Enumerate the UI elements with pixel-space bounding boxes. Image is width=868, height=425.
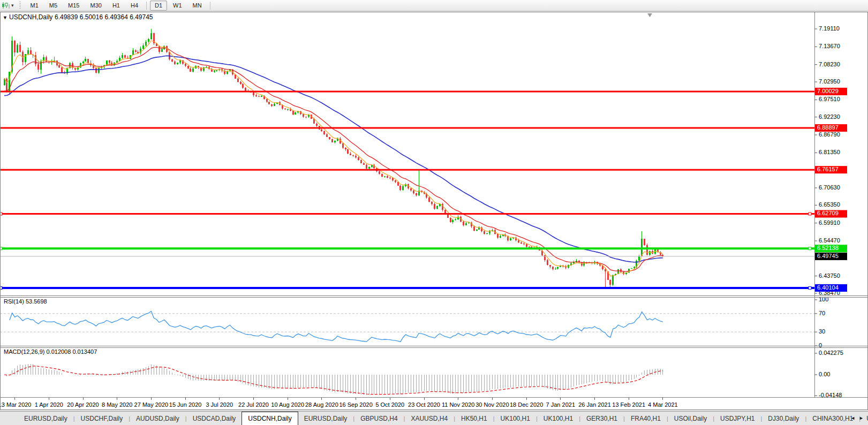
date-axis-label: 16 Sep 2020 [339,401,372,408]
toolbar: ▾ M1M5M15M30H1H4D1W1MN [0,0,868,11]
scroll-left-icon[interactable]: ◄ [850,415,855,421]
timeframe-button-h4[interactable]: H4 [126,1,143,11]
chart-tabs-bar: EURUSD,Daily|USDCHF,Daily|AUDUSD,Daily|U… [0,411,868,425]
date-axis-label: 8 May 2020 [102,401,132,408]
price-axis-label: 7.02950 [819,78,840,85]
timeframe-button-mn[interactable]: MN [188,1,207,11]
ma-line-medium [4,47,663,271]
price-axis-label: 6.86790 [819,131,840,138]
macd-axis-label: 0.042275 [819,350,843,356]
chart-title-ohlc: 6.49839 6.50016 6.49364 6.49745 [55,13,153,21]
price-axis-label: 7.08230 [819,61,840,67]
date-axis-label: 13 Feb 2021 [612,401,645,408]
date-axis-label: 5 Oct 2020 [375,401,404,408]
price-axis-label: 6.59910 [819,219,840,226]
price-axis-label: 6.43750 [819,272,840,279]
chart-tab-eurusd-daily[interactable]: EURUSD,Daily [18,412,73,425]
price-axis-label: 6.97510 [819,96,840,102]
rsi-line [10,312,663,342]
pane-frames [0,296,868,398]
chevron-down-icon[interactable]: ▾ [11,3,14,8]
timeframe-button-m5[interactable]: M5 [44,1,62,11]
date-axis-label: 7 Jan 2021 [546,401,575,408]
chart-tab-uk100-h1[interactable]: UK100,H1 [538,412,579,425]
chart-window: 7.191107.136707.082307.029506.975106.922… [0,12,868,410]
chart-tab-usdjpy-h1[interactable]: USDJPY,H1 [714,412,760,425]
line-handle[interactable] [809,247,811,250]
toolbar-grip [19,2,21,10]
timeframe-button-m1[interactable]: M1 [26,1,43,11]
tab-scroll-arrows: ◄ ► [847,411,867,425]
chart-tab-usdchf-daily[interactable]: USDCHF,Daily [75,412,129,425]
date-axis-label: 15 Jun 2020 [169,401,202,408]
chart-tab-audusd-daily[interactable]: AUDUSD,Daily [130,412,185,425]
date-axis-label: 23 Oct 2020 [408,401,440,408]
date-axis-label: 1 Apr 2020 [35,401,63,408]
date-axis-label: 28 Aug 2020 [305,401,338,408]
chart-tab-hk50-h1[interactable]: HK50,H1 [455,412,493,425]
timeframe-button-m30[interactable]: M30 [86,1,107,11]
moving-averages [4,41,663,276]
date-axis-label: 30 Nov 2020 [475,401,509,408]
price-tag-label: 6.52138 [817,245,839,251]
chart-tab-ger30-h1[interactable]: GER30,H1 [580,412,623,425]
candlesticks [4,29,664,289]
price-axis-label: 6.54470 [819,237,840,244]
price-axis-label: 6.65350 [819,201,840,208]
line-handle[interactable] [809,212,811,215]
chart-tab-fra40-h1[interactable]: FRA40,H1 [625,412,667,425]
chart-tab-usdcad-daily[interactable]: USDCAD,Daily [187,412,242,425]
chart-tab-eurusd-daily[interactable]: EURUSD,Daily [298,412,353,425]
chart-tab-dj30-daily[interactable]: DJ30,Daily [762,412,805,425]
chart-window-border [1,12,868,410]
price-axis-label: 6.70630 [819,184,840,191]
price-axis-label: 6.81350 [819,149,840,155]
date-axis-label: 4 Mar 2021 [648,401,678,408]
macd-pane[interactable]: 0.0422750.00-0.04148 [4,350,843,398]
candlestick-chart-icon[interactable] [2,2,10,9]
chart-tab-usdcnh-daily[interactable]: USDCNH,Daily [241,412,298,425]
date-axis[interactable]: 13 Mar 20201 Apr 202020 Apr 20208 May 20… [0,398,678,408]
chart-tab-gbpusd-h4[interactable]: GBPUSD,H4 [354,412,403,425]
price-tag-label: 7.00029 [817,88,839,94]
chart-shift-marker-icon[interactable] [647,13,652,17]
collapse-arrow-icon[interactable]: ▼ [3,15,7,20]
date-axis-label: 18 Dec 2020 [510,401,543,408]
macd-signal-line [4,366,663,394]
price-axis[interactable]: 7.191107.136707.082307.029506.975106.922… [814,12,847,397]
toolbar-separator [210,2,210,10]
date-axis-label: 20 Apr 2020 [67,401,99,408]
price-tag-label: 6.88897 [817,124,839,131]
date-axis-label: 11 Nov 2020 [442,401,475,408]
price-axis-label: 7.19110 [819,25,840,32]
chart-tab-usoil-daily[interactable]: USOil,Daily [668,412,713,425]
timeframe-button-h1[interactable]: H1 [108,1,125,11]
line-handle[interactable] [809,286,811,289]
chart-title-symbol: USDCNH,Daily [9,13,52,21]
timeframe-buttons: M1M5M15M30H1H4D1W1MN [25,0,213,11]
date-axis-label: 26 Jan 2021 [578,401,611,408]
price-tag-label: 6.40104 [817,284,839,291]
rsi-axis-label: 30 [819,328,825,335]
macd-axis-label: 0.00 [819,371,830,377]
rsi-label: RSI(14) 53.5698 [4,298,47,305]
date-axis-label: 10 Aug 2020 [271,401,304,408]
timeframe-button-w1[interactable]: W1 [168,1,187,11]
timeframe-button-m15[interactable]: M15 [63,1,84,11]
chart-tab-uk100-h1[interactable]: UK100,H1 [495,412,536,425]
date-axis-label: 13 Mar 2020 [0,401,31,408]
rsi-pane[interactable]: 10070300 [0,296,828,348]
scroll-right-icon[interactable]: ► [859,415,864,421]
date-axis-label: 22 Jul 2020 [238,401,269,408]
chart-tab-xauusd-h4[interactable]: XAUUSD,H4 [405,412,454,425]
price-axis-label: 7.13670 [819,43,840,49]
ma-line-fast [4,41,663,276]
chart-canvas[interactable]: 7.191107.136707.082307.029506.975106.922… [0,12,868,410]
price-tag-label: 6.62709 [817,210,839,216]
price-tag-label: 6.49745 [817,253,839,259]
timeframe-button-d1[interactable]: D1 [150,1,167,11]
date-axis-label: 3 Jul 2020 [206,401,233,408]
toolbar-separator [146,2,147,10]
macd-label: MACD(12,26,9) 0.012008 0.013407 [4,348,97,355]
ma-line-slow [4,56,663,262]
